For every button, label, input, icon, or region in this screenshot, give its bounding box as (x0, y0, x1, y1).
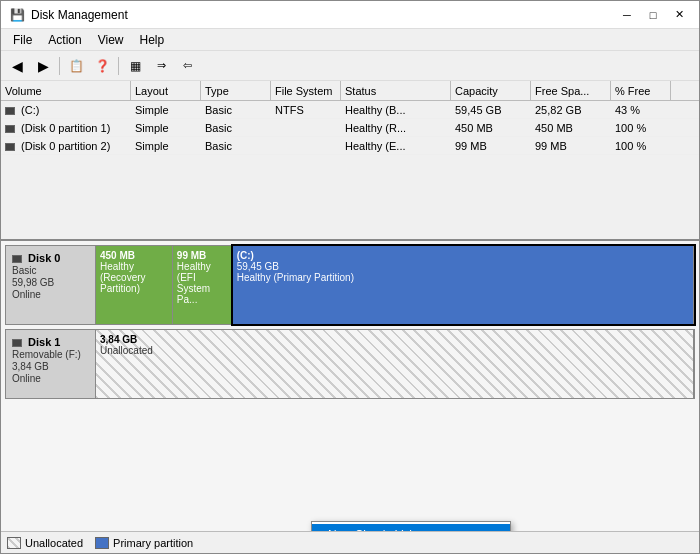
cell-layout: Simple (131, 121, 201, 135)
menu-view[interactable]: View (90, 31, 132, 49)
toolbar-sep-1 (59, 57, 60, 75)
disk-icon (5, 125, 15, 133)
disk-row-0: Disk 0 Basic 59,98 GB Online 450 MB Heal… (5, 245, 695, 325)
maximize-button[interactable]: □ (641, 5, 665, 25)
partition-label: Unallocated (100, 345, 689, 356)
cell-fs: NTFS (271, 103, 341, 117)
partition-size: 99 MB (177, 250, 228, 261)
list-view: Volume Layout Type File System Status Ca… (1, 81, 699, 241)
disk-1-partitions: 3,84 GB Unallocated (96, 330, 694, 398)
disk-icon (5, 107, 15, 115)
partition-unallocated[interactable]: 3,84 GB Unallocated (96, 330, 694, 398)
cell-type: Basic (201, 121, 271, 135)
toolbar: ◀ ▶ 📋 ❓ ▦ ⇒ ⇦ (1, 51, 699, 81)
cell-cap: 99 MB (451, 139, 531, 153)
table-row[interactable]: (Disk 0 partition 1) Simple Basic Health… (1, 119, 699, 137)
cell-volume: (Disk 0 partition 2) (1, 139, 131, 153)
partition-size: 59,45 GB (237, 261, 689, 272)
cell-status: Healthy (E... (341, 139, 451, 153)
list-body: (C:) Simple Basic NTFS Healthy (B... 59,… (1, 101, 699, 239)
partition-efi[interactable]: 99 MB Healthy (EFI System Pa... (173, 246, 233, 324)
header-pct[interactable]: % Free (611, 81, 671, 100)
disk-icon (5, 143, 15, 151)
cell-layout: Simple (131, 139, 201, 153)
cell-pct: 100 % (611, 139, 671, 153)
extra-button[interactable]: ⇦ (175, 54, 199, 78)
forward-button[interactable]: ▶ (31, 54, 55, 78)
cell-volume: (Disk 0 partition 1) (1, 121, 131, 135)
cell-fs (271, 127, 341, 129)
disk-row-1: Disk 1 Removable (F:) 3,84 GB Online 3,8… (5, 329, 695, 399)
disk-0-size: 59,98 GB (12, 277, 89, 288)
header-layout[interactable]: Layout (131, 81, 201, 100)
header-capacity[interactable]: Capacity (451, 81, 531, 100)
toolbar-sep-2 (118, 57, 119, 75)
cell-free: 25,82 GB (531, 103, 611, 117)
legend-unallocated-label: Unallocated (25, 537, 83, 549)
legend: Unallocated Primary partition (1, 531, 699, 553)
disk-0-name: Disk 0 (12, 252, 89, 264)
cell-volume: (C:) (1, 103, 131, 117)
disk-area: Disk 0 Basic 59,98 GB Online 450 MB Heal… (1, 241, 699, 531)
menu-action[interactable]: Action (40, 31, 89, 49)
menu-bar: File Action View Help (1, 29, 699, 51)
cell-pct: 43 % (611, 103, 671, 117)
disk-0-partitions: 450 MB Healthy (Recovery Partition) 99 M… (96, 246, 694, 324)
header-fs[interactable]: File System (271, 81, 341, 100)
cell-layout: Simple (131, 103, 201, 117)
partition-label: Healthy (EFI System Pa... (177, 261, 228, 305)
title-bar: 💾 Disk Management ─ □ ✕ (1, 1, 699, 29)
minimize-button[interactable]: ─ (615, 5, 639, 25)
cell-cap: 450 MB (451, 121, 531, 135)
close-button[interactable]: ✕ (667, 5, 691, 25)
cell-status: Healthy (R... (341, 121, 451, 135)
properties-button[interactable]: 📋 (64, 54, 88, 78)
menu-file[interactable]: File (5, 31, 40, 49)
legend-unallocated: Unallocated (7, 537, 83, 549)
disk-1-size: 3,84 GB (12, 361, 89, 372)
context-menu: New Simple Volume... New Spanned Volume.… (311, 521, 511, 531)
partition-label: Healthy (Primary Partition) (237, 272, 689, 283)
cell-free: 99 MB (531, 139, 611, 153)
disk-management-window: 💾 Disk Management ─ □ ✕ File Action View… (0, 0, 700, 554)
partition-size: 450 MB (100, 250, 168, 261)
cell-free: 450 MB (531, 121, 611, 135)
list-header: Volume Layout Type File System Status Ca… (1, 81, 699, 101)
show-button[interactable]: ▦ (123, 54, 147, 78)
cell-status: Healthy (B... (341, 103, 451, 117)
legend-primary-box (95, 537, 109, 549)
back-button[interactable]: ◀ (5, 54, 29, 78)
window-title: Disk Management (31, 8, 609, 22)
disk-1-status: Online (12, 373, 89, 384)
help-button[interactable]: ❓ (90, 54, 114, 78)
disk-0-type: Basic (12, 265, 89, 276)
partition-recovery[interactable]: 450 MB Healthy (Recovery Partition) (96, 246, 173, 324)
menu-help[interactable]: Help (132, 31, 173, 49)
table-row[interactable]: (Disk 0 partition 2) Simple Basic Health… (1, 137, 699, 155)
legend-primary-label: Primary partition (113, 537, 193, 549)
legend-unallocated-box (7, 537, 21, 549)
partition-drive: (C:) (237, 250, 689, 261)
cell-cap: 59,45 GB (451, 103, 531, 117)
window-controls: ─ □ ✕ (615, 5, 691, 25)
header-free[interactable]: Free Spa... (531, 81, 611, 100)
cell-type: Basic (201, 103, 271, 117)
header-status[interactable]: Status (341, 81, 451, 100)
header-type[interactable]: Type (201, 81, 271, 100)
disk-0-label: Disk 0 Basic 59,98 GB Online (6, 246, 96, 324)
main-content: Volume Layout Type File System Status Ca… (1, 81, 699, 553)
cell-type: Basic (201, 139, 271, 153)
refresh-button[interactable]: ⇒ (149, 54, 173, 78)
disk-0-status: Online (12, 289, 89, 300)
table-row[interactable]: (C:) Simple Basic NTFS Healthy (B... 59,… (1, 101, 699, 119)
header-volume[interactable]: Volume (1, 81, 131, 100)
ctx-new-simple-volume[interactable]: New Simple Volume... (312, 524, 510, 531)
cell-pct: 100 % (611, 121, 671, 135)
partition-size: 3,84 GB (100, 334, 689, 345)
partition-label: Healthy (Recovery Partition) (100, 261, 168, 294)
disk-icon (12, 339, 22, 347)
disk-1-type: Removable (F:) (12, 349, 89, 360)
partition-c-drive[interactable]: (C:) 59,45 GB Healthy (Primary Partition… (233, 246, 694, 324)
cell-fs (271, 145, 341, 147)
disk-1-name: Disk 1 (12, 336, 89, 348)
